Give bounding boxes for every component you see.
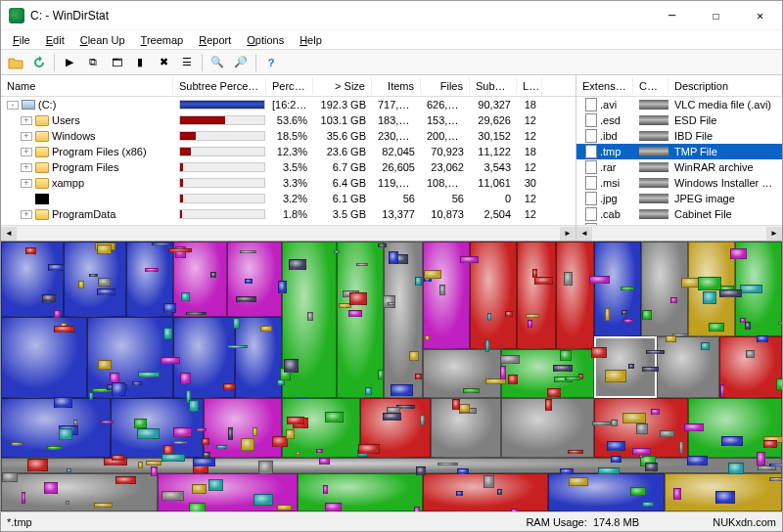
treemap-block[interactable]: [719, 289, 742, 297]
ext-row[interactable]: .jpgJPEG image: [576, 191, 782, 206]
treemap-block[interactable]: [657, 336, 719, 398]
treemap-block[interactable]: [316, 449, 324, 454]
treemap-block[interactable]: [189, 400, 199, 412]
treemap-block[interactable]: [757, 452, 766, 465]
treemap-block[interactable]: [641, 242, 688, 336]
treemap-block[interactable]: [534, 277, 553, 285]
tree-row[interactable]: +Program Files (x86)12.3%23.6 GB82,04570…: [1, 144, 576, 159]
treemap-block[interactable]: [258, 461, 273, 474]
treemap-block[interactable]: [721, 436, 743, 446]
treemap-block[interactable]: [152, 243, 174, 245]
treemap-block[interactable]: [163, 303, 176, 313]
treemap-block[interactable]: [54, 397, 72, 409]
treemap-view[interactable]: [1, 242, 782, 511]
treemap-block[interactable]: [180, 373, 191, 384]
zoom-out-icon[interactable]: 🔎: [230, 52, 252, 73]
treemap-block[interactable]: [622, 413, 646, 423]
treemap-block[interactable]: [298, 473, 423, 511]
treemap-block[interactable]: [605, 370, 627, 382]
col-percent[interactable]: Perce...: [266, 77, 313, 95]
treemap-block[interactable]: [715, 491, 734, 504]
treemap-block[interactable]: [260, 326, 272, 332]
treemap-block[interactable]: [646, 350, 665, 354]
copy-icon[interactable]: ⧉: [82, 52, 104, 73]
treemap-block[interactable]: [389, 251, 398, 264]
treemap-block[interactable]: [115, 476, 135, 484]
treemap-block[interactable]: [59, 428, 72, 440]
treemap-block[interactable]: [709, 323, 724, 332]
treemap-block[interactable]: [236, 296, 256, 302]
treemap-block[interactable]: [278, 281, 287, 293]
treemap-block[interactable]: [87, 317, 173, 398]
expand-toggle[interactable]: +: [21, 132, 32, 141]
treemap-block[interactable]: [763, 440, 777, 447]
treemap-block[interactable]: [42, 294, 57, 302]
treemap-block[interactable]: [383, 413, 401, 421]
treemap-block[interactable]: [497, 489, 502, 495]
treemap-block[interactable]: [745, 322, 752, 330]
treemap-block[interactable]: [556, 242, 595, 349]
treemap-block[interactable]: [484, 475, 494, 488]
treemap-block[interactable]: [356, 263, 369, 267]
treemap-block[interactable]: [456, 491, 463, 496]
treemap-block[interactable]: [101, 421, 113, 423]
treemap-block[interactable]: [173, 441, 188, 444]
treemap-block[interactable]: [54, 326, 75, 332]
treemap-block[interactable]: [778, 322, 782, 325]
treemap-block[interactable]: [560, 468, 574, 474]
treemap-block[interactable]: [776, 378, 782, 390]
treemap-block[interactable]: [240, 250, 256, 253]
tree-row[interactable]: +ProgramData1.8%3.5 GB13,37710,8732,5041…: [1, 206, 576, 222]
treemap-block[interactable]: [89, 392, 93, 400]
col-files[interactable]: Files: [421, 77, 470, 95]
h-scrollbar[interactable]: ◄►: [1, 225, 576, 241]
expand-toggle[interactable]: +: [21, 163, 32, 172]
cmd-icon[interactable]: ▮: [129, 52, 151, 73]
treemap-block[interactable]: [687, 456, 708, 466]
expand-toggle[interactable]: -: [7, 101, 19, 110]
treemap-block[interactable]: [145, 268, 159, 273]
play-icon[interactable]: ▶: [59, 52, 80, 73]
treemap-block[interactable]: [769, 464, 782, 466]
tree-row[interactable]: -(C:)[16:29 s]192.3 GB717,226626,89990,3…: [1, 97, 576, 112]
expand-toggle[interactable]: +: [21, 179, 32, 188]
treemap-block[interactable]: [670, 297, 676, 303]
treemap-block[interactable]: [97, 244, 112, 254]
treemap-block[interactable]: [500, 355, 520, 364]
treemap-block[interactable]: [591, 347, 606, 358]
delete-icon[interactable]: ✖: [153, 52, 174, 73]
treemap-block[interactable]: [701, 342, 710, 350]
treemap-block[interactable]: [287, 417, 304, 424]
treemap-block[interactable]: [241, 438, 254, 451]
properties-icon[interactable]: ☰: [176, 52, 198, 73]
treemap-block[interactable]: [528, 320, 532, 328]
treemap-block[interactable]: [589, 276, 610, 284]
treemap-block[interactable]: [517, 242, 556, 349]
treemap-block[interactable]: [611, 456, 622, 463]
treemap-block[interactable]: [89, 274, 99, 277]
treemap-block[interactable]: [425, 335, 430, 340]
treemap-block[interactable]: [233, 318, 240, 329]
treemap-block[interactable]: [660, 430, 674, 437]
treemap-block[interactable]: [673, 488, 682, 500]
menu-options[interactable]: Options: [239, 32, 292, 48]
treemap-block[interactable]: [720, 384, 724, 397]
treemap-block[interactable]: [547, 388, 562, 397]
treemap-block[interactable]: [67, 468, 70, 471]
treemap-block[interactable]: [307, 312, 312, 321]
treemap-block[interactable]: [568, 450, 583, 454]
treemap-block[interactable]: [365, 387, 372, 394]
treemap-block[interactable]: [769, 477, 782, 481]
treemap-block[interactable]: [598, 467, 619, 473]
treemap-block[interactable]: [210, 272, 217, 278]
close-button[interactable]: ✕: [738, 1, 782, 29]
open-button[interactable]: [5, 52, 26, 73]
explorer-icon[interactable]: 🗔: [106, 52, 127, 73]
treemap-block[interactable]: [703, 291, 717, 304]
menu-report[interactable]: Report: [191, 32, 239, 48]
treemap-block[interactable]: [416, 466, 426, 475]
treemap-block[interactable]: [286, 429, 296, 439]
treemap-block[interactable]: [22, 492, 25, 504]
treemap-block[interactable]: [228, 427, 233, 440]
col-color[interactable]: Col...: [633, 77, 668, 95]
